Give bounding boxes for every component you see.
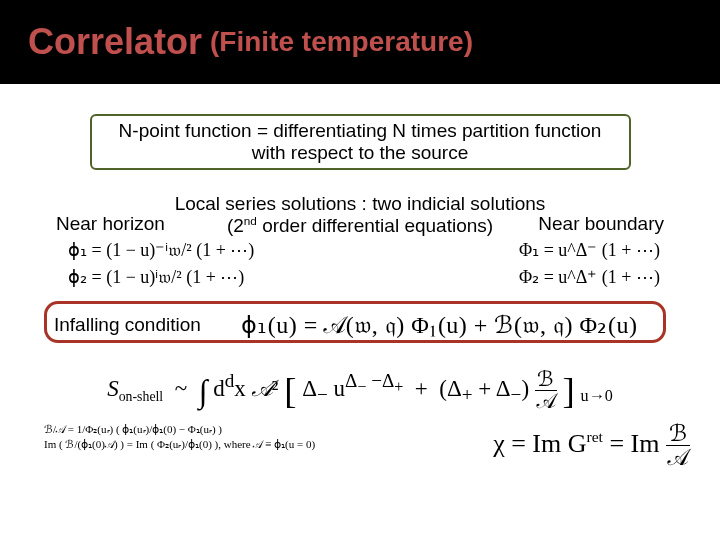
series-formulas: ϕ₁ = (1 − u)⁻ⁱ𝔴/² (1 + ⋯) ϕ₂ = (1 − u)ⁱ𝔴…: [0, 235, 720, 291]
infalling-label: Infalling condition: [54, 314, 201, 336]
npoint-line2: with respect to the source: [108, 142, 613, 164]
ratio-line1: ℬ/𝒜 = 1/Φ₂(uᵣ) ( ϕ₁(uᵣ)/ϕ₁(0) − Φ₁(uᵣ) ): [44, 422, 394, 437]
chi-equation: χ = Im Gret = Im ℬ𝒜: [493, 422, 690, 470]
title-bar: Correlator (Finite temperature): [0, 0, 720, 84]
horizon-series: ϕ₁ = (1 − u)⁻ⁱ𝔴/² (1 + ⋯) ϕ₂ = (1 − u)ⁱ𝔴…: [68, 237, 254, 291]
onshell-action: Son-shell ~ ∫ ddx 𝒜² [ Δ− uΔ− −Δ+ + (Δ+ …: [0, 369, 720, 412]
bottom-formulas: ℬ/𝒜 = 1/Φ₂(uᵣ) ( ϕ₁(uᵣ)/ϕ₁(0) − Φ₁(uᵣ) )…: [0, 412, 720, 470]
npoint-line1: N-point function = differentiating N tim…: [108, 120, 613, 142]
horizon-phi2: ϕ₂ = (1 − u)ⁱ𝔴/² (1 + ⋯): [68, 264, 254, 291]
boundary-series: Φ₁ = u^Δ⁻ (1 + ⋯) Φ₂ = u^Δ⁺ (1 + ⋯): [519, 237, 660, 291]
title-main: Correlator: [28, 21, 202, 63]
near-horizon-label: Near horizon: [56, 213, 165, 235]
infalling-equation: ϕ₁(u) = 𝒜(𝔴, 𝔮) Φ₁(u) + ℬ(𝔴, 𝔮) Φ₂(u): [241, 311, 638, 339]
boundary-phi2: Φ₂ = u^Δ⁺ (1 + ⋯): [519, 264, 660, 291]
title-sub: (Finite temperature): [210, 26, 473, 58]
infalling-block: Infalling condition ϕ₁(u) = 𝒜(𝔴, 𝔮) Φ₁(u…: [0, 311, 720, 339]
near-boundary-label: Near boundary: [538, 213, 664, 235]
local-line1: Local series solutions : two indicial so…: [0, 194, 720, 215]
npoint-box: N-point function = differentiating N tim…: [90, 114, 631, 170]
ratio-line2: Im ( ℬ/(ϕ₁(0)𝒜) ) = Im ( Φ₂(uᵣ)/ϕ₁(0) ),…: [44, 437, 394, 452]
boundary-phi1: Φ₁ = u^Δ⁻ (1 + ⋯): [519, 237, 660, 264]
ratio-derivation: ℬ/𝒜 = 1/Φ₂(uᵣ) ( ϕ₁(uᵣ)/ϕ₁(0) − Φ₁(uᵣ) )…: [44, 422, 394, 470]
horizon-phi1: ϕ₁ = (1 − u)⁻ⁱ𝔴/² (1 + ⋯): [68, 237, 254, 264]
